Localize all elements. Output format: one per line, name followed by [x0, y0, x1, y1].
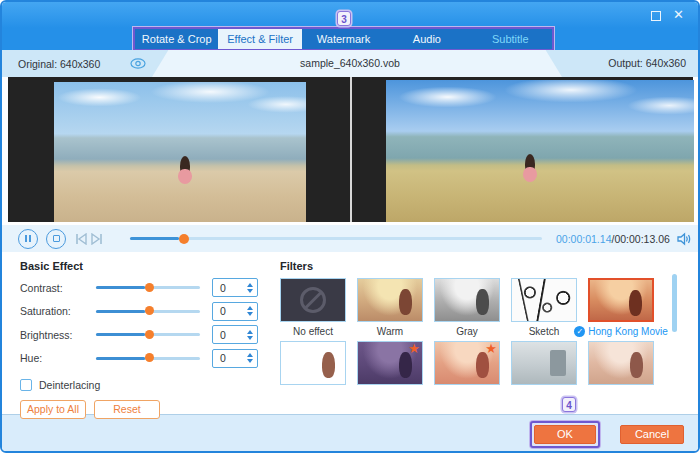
brightness-row: Brightness: 0: [20, 323, 270, 347]
saturation-value: 0: [213, 305, 243, 317]
output-resolution-label: Output: 640x360: [608, 57, 686, 69]
tab-audio[interactable]: Audio: [385, 29, 468, 49]
filter-label: Warm: [357, 323, 423, 339]
brightness-label: Brightness:: [20, 329, 96, 341]
editor-content: Basic Effect Contrast: 0 Saturation: 0 B…: [2, 252, 698, 414]
effect-filter-window: 3 4 ✕ Rotate & Crop Effect & Filter Wate…: [0, 0, 700, 453]
basic-effect-panel: Basic Effect Contrast: 0 Saturation: 0 B…: [2, 252, 270, 414]
contrast-spinbox[interactable]: 0: [212, 278, 258, 297]
filter-label: Hong Kong Movie: [588, 326, 668, 337]
filter-row2-5[interactable]: [588, 341, 654, 385]
video-stage: [8, 77, 693, 222]
basic-effect-buttons: Apply to All Reset: [20, 400, 270, 419]
maximize-icon[interactable]: [651, 11, 661, 21]
tab-effect-filter[interactable]: Effect & Filter: [218, 29, 301, 49]
footer-bar: OK Cancel: [2, 414, 698, 453]
video-filename: sample_640x360.vob: [2, 57, 698, 69]
brightness-spinbox[interactable]: 0: [212, 325, 258, 344]
volume-icon[interactable]: [676, 232, 692, 246]
filter-gray[interactable]: Gray: [434, 278, 500, 339]
brightness-value: 0: [213, 329, 243, 341]
close-icon[interactable]: ✕: [673, 8, 684, 21]
spin-down-icon[interactable]: [247, 359, 253, 363]
deinterlacing-checkbox-row[interactable]: Deinterlacing: [20, 379, 270, 391]
filter-label: Gray: [434, 323, 500, 339]
saturation-spinbox[interactable]: 0: [212, 302, 258, 321]
beach-scene-original: [54, 82, 306, 222]
playback-bar: 00:00:01.14/00:00:13.06: [2, 225, 698, 252]
preview-divider[interactable]: [350, 77, 352, 222]
tab-bar: Rotate & Crop Effect & Filter Watermark …: [2, 28, 698, 50]
deinterlacing-checkbox[interactable]: [20, 379, 32, 391]
spin-down-icon[interactable]: [247, 312, 253, 316]
sitting-person: [177, 156, 193, 190]
spin-up-icon[interactable]: [247, 306, 253, 310]
saturation-slider[interactable]: [96, 310, 200, 313]
output-video-preview: [386, 80, 694, 222]
filter-row2-2[interactable]: ★: [357, 341, 423, 385]
pause-icon[interactable]: [18, 229, 38, 249]
next-frame-icon[interactable]: [90, 233, 104, 245]
no-effect-icon: [300, 287, 326, 313]
contrast-label: Contrast:: [20, 282, 96, 294]
spin-up-icon[interactable]: [247, 330, 253, 334]
previous-frame-icon[interactable]: [74, 233, 88, 245]
filter-label: No effect: [280, 323, 346, 339]
step-3-badge: 3: [337, 11, 351, 26]
contrast-value: 0: [213, 282, 243, 294]
cancel-button[interactable]: Cancel: [620, 425, 684, 444]
brightness-slider-thumb[interactable]: [145, 330, 154, 339]
hue-row: Hue: 0: [20, 347, 270, 371]
filter-warm[interactable]: Warm: [357, 278, 423, 339]
sitting-person-output: [522, 154, 538, 188]
deinterlacing-label: Deinterlacing: [39, 379, 100, 391]
brightness-slider[interactable]: [96, 333, 200, 336]
filter-row2-1[interactable]: [280, 341, 346, 385]
spin-down-icon[interactable]: [247, 289, 253, 293]
selected-check-icon: ✓: [574, 326, 585, 337]
contrast-row: Contrast: 0: [20, 276, 270, 300]
contrast-slider[interactable]: [96, 286, 200, 289]
tab-rotate-crop[interactable]: Rotate & Crop: [135, 29, 218, 49]
hue-value: 0: [213, 352, 243, 364]
seek-thumb[interactable]: [179, 234, 189, 244]
spin-up-icon[interactable]: [247, 283, 253, 287]
info-bar: Original: 640x360 sample_640x360.vob Out…: [2, 50, 698, 77]
hue-slider-thumb[interactable]: [145, 353, 154, 362]
time-display: 00:00:01.14/00:00:13.06: [556, 233, 670, 245]
hue-spinbox[interactable]: 0: [212, 349, 258, 368]
saturation-row: Saturation: 0: [20, 300, 270, 324]
stop-icon[interactable]: [46, 229, 66, 249]
hue-label: Hue:: [20, 352, 96, 364]
tab-watermark[interactable]: Watermark: [302, 29, 385, 49]
filter-row2-3[interactable]: ★: [434, 341, 500, 385]
beach-scene-output: [386, 80, 694, 222]
filters-title: Filters: [280, 260, 698, 272]
star-badge-icon: ★: [408, 342, 420, 355]
saturation-slider-thumb[interactable]: [145, 306, 154, 315]
spin-down-icon[interactable]: [247, 336, 253, 340]
seek-slider[interactable]: [130, 237, 542, 240]
reset-button[interactable]: Reset: [94, 400, 160, 419]
current-time: 00:00:01.14: [556, 233, 611, 245]
step-4-badge: 4: [562, 397, 576, 412]
tab-subtitle[interactable]: Subtitle: [469, 29, 552, 49]
tab-annotation-box: Rotate & Crop Effect & Filter Watermark …: [133, 27, 554, 51]
spin-up-icon[interactable]: [247, 353, 253, 357]
original-video-preview: [54, 82, 306, 222]
filter-row2-4[interactable]: [511, 341, 577, 385]
apply-to-all-button[interactable]: Apply to All: [20, 400, 86, 419]
filter-no-effect[interactable]: No effect: [280, 278, 346, 339]
filter-hong-kong-movie[interactable]: ✓Hong Kong Movie: [588, 278, 654, 339]
window-controls: ✕: [651, 8, 684, 21]
filters-panel: Filters No effect Warm Gray Sketch: [270, 252, 698, 414]
filter-sketch[interactable]: Sketch: [511, 278, 577, 339]
contrast-slider-thumb[interactable]: [145, 283, 154, 292]
filters-scrollbar[interactable]: [672, 274, 677, 332]
hue-slider[interactable]: [96, 357, 200, 360]
ok-button[interactable]: OK: [534, 425, 596, 444]
saturation-label: Saturation:: [20, 305, 96, 317]
video-preview-area: [2, 77, 698, 225]
star-badge-icon: ★: [485, 342, 497, 355]
total-time: 00:00:13.06: [614, 233, 669, 245]
